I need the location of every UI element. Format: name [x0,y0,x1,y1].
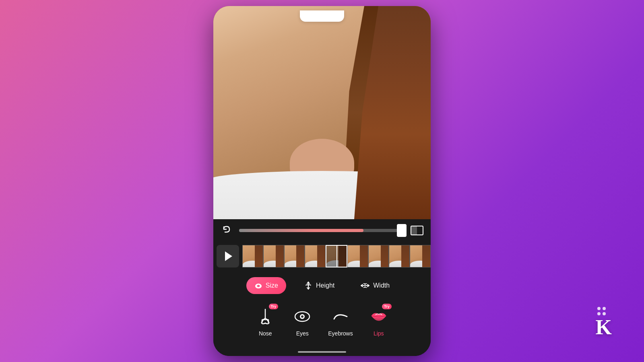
progress-fill [239,229,363,232]
eyes-icon-wrap [291,305,314,328]
height-tab-icon [304,281,313,290]
lips-icon-wrap: Try [367,305,390,328]
feature-nose[interactable]: Try Nose [254,305,277,337]
play-icon [225,251,232,261]
lips-icon [370,309,388,324]
eyebrows-label: Eyebrows [328,330,353,337]
width-tab-icon [360,281,370,290]
k-dot [603,312,606,315]
nose-try-badge: Try [269,304,279,309]
compare-button[interactable] [410,223,424,238]
compare-icon [411,226,423,235]
tab-size-label: Size [266,282,278,289]
home-indicator [213,349,431,356]
filmstrip[interactable] [242,245,431,267]
face-photo [213,6,431,219]
filmstrip-frame [263,245,284,267]
filmstrip-frame [242,245,263,267]
lips-tab-icon [254,282,262,289]
undo-button[interactable] [220,223,234,238]
nose-label: Nose [259,330,272,337]
app-container: Size Height [213,6,431,356]
filmstrip-frame [368,245,389,267]
eye-icon [293,310,311,323]
lips-try-badge: Try [382,304,392,309]
play-button[interactable] [217,245,239,267]
filmstrip-frame [305,245,326,267]
k-dot [597,307,601,310]
feature-eyes[interactable]: Eyes [291,305,314,337]
k-dot [597,312,601,315]
timeline-marker [336,245,337,267]
eyebrows-icon-wrap [329,305,352,328]
tab-width-label: Width [373,282,390,289]
eyes-label: Eyes [296,330,309,337]
progress-track[interactable] [239,229,405,232]
teeth [300,10,344,22]
lips-label: Lips [374,330,384,337]
feature-row: Try Nose [221,302,423,345]
tab-width[interactable]: Width [352,277,398,294]
filmstrip-frame [410,245,431,267]
shirt-area [213,171,431,219]
controls-panel: Size Height [213,271,431,349]
eyebrow-icon [332,311,349,322]
nose-icon-wrap: Try [254,305,277,328]
progress-thumb[interactable] [397,224,407,237]
video-area [213,6,431,219]
filmstrip-frame [389,245,410,267]
smile-area [296,10,348,31]
k-dot [603,307,606,310]
main-background: K [213,6,431,356]
size-tabs: Size Height [221,277,423,294]
home-bar [298,351,346,353]
k-logo: K [596,317,612,338]
tab-height[interactable]: Height [296,277,343,294]
svg-point-4 [301,315,303,318]
nose-icon [258,308,273,325]
scrubber-area [213,219,431,242]
undo-icon [222,225,232,236]
feature-eyebrows[interactable]: Eyebrows [328,305,353,337]
filmstrip-frame [284,245,305,267]
tab-height-label: Height [316,282,334,289]
tab-size[interactable]: Size [246,277,286,294]
feature-lips[interactable]: Try Lips [367,305,390,337]
timeline-bar [213,242,431,271]
filmstrip-frame [347,245,368,267]
